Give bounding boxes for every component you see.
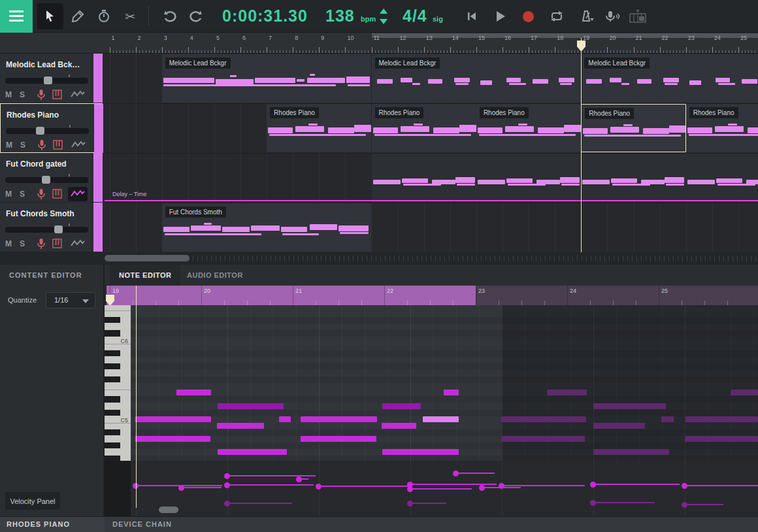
black-key[interactable] <box>105 363 120 369</box>
velocity-lollipop-handle[interactable] <box>224 473 230 479</box>
velocity-lollipop-handle[interactable] <box>590 482 596 488</box>
velocity-lollipop[interactable] <box>684 485 758 486</box>
stopwatch-tool-button[interactable] <box>91 3 117 29</box>
midi-note[interactable] <box>217 423 264 429</box>
instrument-button[interactable] <box>53 140 63 152</box>
midi-note[interactable] <box>382 423 416 429</box>
velocity-lollipop-handle[interactable] <box>479 485 485 491</box>
velocity-lollipop[interactable] <box>227 484 314 486</box>
midi-note[interactable] <box>444 390 459 395</box>
volume-slider-handle[interactable] <box>44 76 52 84</box>
midi-note-ghost[interactable] <box>593 449 669 455</box>
velocity-lollipop-ghost[interactable] <box>227 503 292 504</box>
black-key[interactable] <box>105 456 120 461</box>
arrange-grid[interactable]: Melodic Lead BckgrMelodic Lead BckgrMelo… <box>105 54 758 252</box>
instrument-button[interactable] <box>52 189 62 201</box>
volume-slider-handle[interactable] <box>42 176 50 184</box>
record-arm-button[interactable] <box>37 188 46 202</box>
velocity-lollipop[interactable] <box>410 488 472 490</box>
selected-track-cell[interactable]: RHODES PIANO <box>0 517 105 532</box>
velocity-lollipop-ghost-handle[interactable] <box>682 502 687 508</box>
midi-note-ghost[interactable] <box>593 403 666 409</box>
black-key[interactable] <box>105 317 120 323</box>
midi-clip[interactable]: Melodic Lead Bckgr <box>372 54 582 103</box>
midi-clip[interactable]: Melodic Lead Bckgr <box>162 54 372 103</box>
track-header[interactable]: Fut Chord gatedMS <box>0 153 103 203</box>
loop-button[interactable] <box>548 7 566 25</box>
solo-button[interactable]: S <box>20 141 25 150</box>
midi-note-ghost[interactable] <box>501 416 586 422</box>
tempo-down-icon[interactable] <box>380 19 387 24</box>
mute-button[interactable]: M <box>5 90 12 99</box>
velocity-lollipop-handle[interactable] <box>178 485 184 491</box>
velocity-lollipop-handle[interactable] <box>453 471 459 476</box>
editor-playhead-line[interactable] <box>136 286 137 508</box>
black-key[interactable] <box>105 396 120 402</box>
black-key[interactable] <box>105 350 120 356</box>
midi-clip[interactable]: Rhodes Piano <box>686 104 758 152</box>
solo-button[interactable]: S <box>20 239 25 248</box>
play-button[interactable] <box>491 7 510 25</box>
quantize-dropdown[interactable]: 1/16 <box>46 292 95 308</box>
tab-audio-editor[interactable]: AUDIO EDITOR <box>178 265 252 286</box>
midi-note[interactable] <box>135 436 210 442</box>
midi-clip[interactable]: Rhodes Piano <box>267 104 371 152</box>
input-monitor-button[interactable] <box>604 7 622 25</box>
velocity-lollipop-handle[interactable] <box>296 476 302 482</box>
midi-note-ghost[interactable] <box>685 436 758 442</box>
arrange-hscrollbar-thumb[interactable] <box>105 255 190 261</box>
automation-button[interactable] <box>71 141 86 150</box>
instrument-button[interactable] <box>52 90 62 101</box>
velocity-lollipop[interactable] <box>410 484 497 485</box>
midi-note-selected[interactable] <box>423 416 459 422</box>
midi-note-ghost[interactable] <box>501 436 585 442</box>
redo-button[interactable] <box>183 3 209 29</box>
black-key[interactable] <box>105 376 120 382</box>
midi-note-ghost[interactable] <box>661 416 674 422</box>
volume-slider-handle[interactable] <box>36 127 44 135</box>
mute-button[interactable]: M <box>5 239 12 248</box>
midi-clip[interactable] <box>372 154 476 202</box>
piano-keys[interactable]: C6C5 <box>105 305 131 461</box>
hamburger-menu-button[interactable] <box>0 0 33 33</box>
midi-clip[interactable]: Melodic Lead Bckgr <box>581 54 758 103</box>
note-grid[interactable] <box>131 305 758 461</box>
midi-clip[interactable] <box>476 154 581 202</box>
automation-button[interactable] <box>71 239 85 249</box>
midi-note[interactable] <box>301 416 377 422</box>
midi-note[interactable] <box>301 436 376 442</box>
automation-button[interactable] <box>71 90 85 100</box>
track-header[interactable]: Melodic Lead Bck…MS <box>0 54 103 103</box>
midi-note-ghost[interactable] <box>685 416 758 422</box>
velocity-lollipop-handle[interactable] <box>407 486 413 492</box>
playhead-line[interactable] <box>581 38 582 252</box>
tab-note-editor[interactable]: NOTE EDITOR <box>110 265 180 286</box>
velocity-lollipop-ghost[interactable] <box>593 502 655 503</box>
select-tool-button[interactable] <box>37 3 63 29</box>
velocity-lollipop-ghost[interactable] <box>410 503 446 504</box>
record-arm-button[interactable] <box>37 89 46 103</box>
black-key[interactable] <box>105 330 120 336</box>
velocity-panel-button[interactable]: Velocity Panel <box>5 492 60 510</box>
midi-note[interactable] <box>382 449 459 455</box>
volume-slider-track[interactable] <box>5 227 88 233</box>
velocity-lollipop[interactable] <box>482 487 521 488</box>
track-header[interactable]: Rhodes PianoMS <box>0 103 103 153</box>
velocity-lollipop-handle[interactable] <box>316 484 321 490</box>
undo-button[interactable] <box>157 3 183 29</box>
mute-button[interactable]: M <box>5 190 12 199</box>
velocity-lollipop[interactable] <box>593 484 680 485</box>
black-key[interactable] <box>105 429 120 435</box>
midi-clip[interactable] <box>581 154 685 202</box>
midi-note-ghost[interactable] <box>593 423 645 429</box>
velocity-lollipop-ghost[interactable] <box>684 504 723 505</box>
midi-note[interactable] <box>218 449 287 455</box>
record-button[interactable] <box>519 7 537 25</box>
velocity-lollipop-ghost-handle[interactable] <box>224 501 230 507</box>
instrument-button[interactable] <box>52 239 62 250</box>
solo-button[interactable]: S <box>20 90 25 99</box>
velocity-lollipop[interactable] <box>227 475 316 476</box>
instrument-routing-button[interactable] <box>629 7 647 25</box>
volume-slider-handle[interactable] <box>54 225 63 233</box>
scissors-tool-button[interactable]: ✂ <box>117 3 143 29</box>
